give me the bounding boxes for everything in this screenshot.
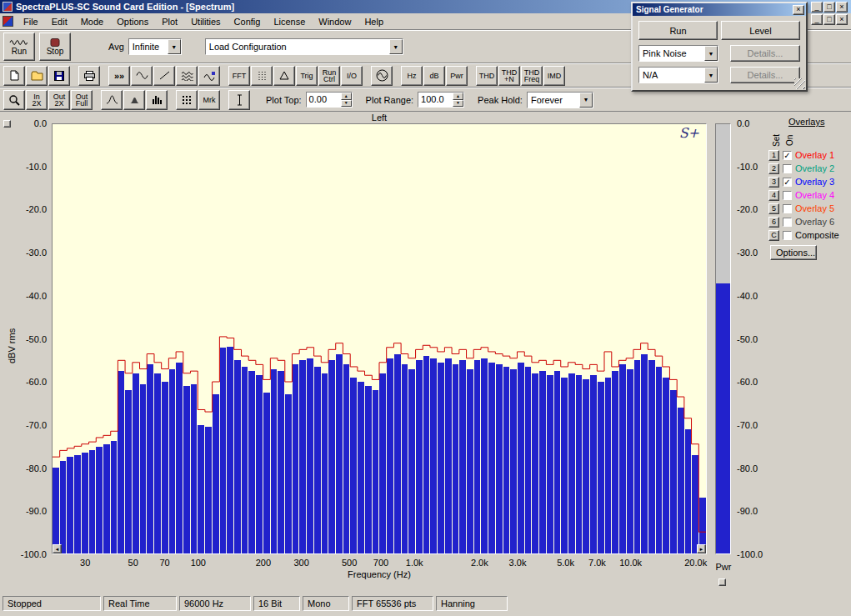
- menu-plot[interactable]: Plot: [155, 15, 184, 28]
- overlay-set-button-4[interactable]: 4: [768, 190, 779, 201]
- stop-button[interactable]: Stop: [39, 33, 71, 61]
- y-axis-label: -40.0: [2, 291, 47, 301]
- wave-print-button[interactable]: [198, 66, 220, 86]
- zoom-out-2x-button[interactable]: Out2X: [48, 90, 70, 110]
- power-meter: [715, 123, 731, 554]
- overlay-set-button-1[interactable]: 1: [768, 150, 779, 161]
- fast-forward-button[interactable]: »»: [108, 66, 130, 86]
- generator-modulation-select-dropdown-icon[interactable]: ▼: [704, 68, 718, 83]
- plot-top-input-value[interactable]: 0.00: [307, 93, 341, 107]
- spectrum-plot[interactable]: S+: [52, 123, 707, 554]
- menu-mode[interactable]: Mode: [74, 15, 111, 28]
- averaging-select-dropdown-icon[interactable]: ▼: [168, 39, 181, 54]
- zoom-out-full-button[interactable]: OutFull: [71, 90, 93, 110]
- overlay-label: Overlay 3: [795, 177, 834, 187]
- y-axis-label: -100.0: [2, 549, 47, 559]
- menu-help[interactable]: Help: [358, 15, 390, 28]
- plot-range-input-value[interactable]: 100.0: [418, 93, 453, 107]
- plot-top-input-down-icon[interactable]: ▼: [341, 100, 352, 108]
- thd-n-button[interactable]: THD+N: [498, 66, 520, 86]
- minimize-button[interactable]: _: [811, 2, 823, 13]
- avg-label: Avg: [108, 42, 124, 52]
- child-close-button[interactable]: ×: [836, 14, 848, 25]
- cursor-button[interactable]: [228, 90, 250, 110]
- menu-options[interactable]: Options: [110, 15, 155, 28]
- run-control-button[interactable]: RunCtrl: [318, 66, 340, 86]
- menu-window[interactable]: Window: [312, 15, 358, 28]
- generator-waveform-select[interactable]: Pink Noise▼: [638, 45, 718, 62]
- child-restore-button[interactable]: □: [823, 14, 835, 25]
- overlay-checkbox-C[interactable]: [783, 231, 792, 240]
- overlay-set-button-C[interactable]: C: [768, 230, 779, 241]
- maximize-button[interactable]: □: [823, 2, 835, 13]
- load-configuration-select-dropdown-icon[interactable]: ▼: [389, 39, 403, 54]
- menu-config[interactable]: Config: [228, 15, 268, 28]
- multi-wave-button[interactable]: [176, 66, 198, 86]
- filled-plot-button[interactable]: [123, 90, 145, 110]
- signal-generator-button[interactable]: [371, 66, 393, 86]
- plot-top-input-up-icon[interactable]: ▲: [341, 93, 352, 100]
- overlay-checkbox-1[interactable]: ✓: [783, 151, 792, 160]
- imd-button[interactable]: IMD: [543, 66, 565, 86]
- generator-modulation-select[interactable]: N/A▼: [638, 67, 718, 83]
- meter-scale-label: -80.0: [737, 463, 782, 473]
- generator-waveform-select-dropdown-icon[interactable]: ▼: [704, 46, 718, 61]
- x-axis-label: 300: [285, 558, 318, 568]
- menu-utilities[interactable]: Utilities: [184, 15, 227, 28]
- menu-license[interactable]: License: [267, 15, 312, 28]
- overlay-checkbox-3[interactable]: ✓: [783, 178, 792, 187]
- run-button[interactable]: Run: [3, 33, 35, 61]
- overlay-checkbox-2[interactable]: [783, 164, 792, 173]
- line-plot-button[interactable]: [101, 90, 123, 110]
- bar-plot-button[interactable]: [146, 90, 168, 110]
- new-file-button[interactable]: [3, 66, 25, 86]
- thd-freq-button[interactable]: THDFreq: [521, 66, 543, 86]
- overlay-checkbox-5[interactable]: [783, 204, 792, 213]
- child-minimize-button[interactable]: _: [811, 14, 823, 25]
- menu-edit[interactable]: Edit: [45, 15, 74, 28]
- overlay-checkbox-6[interactable]: [783, 218, 792, 227]
- close-button[interactable]: ×: [836, 2, 848, 13]
- overlays-title[interactable]: Overlays: [788, 117, 850, 127]
- peak-curve-button[interactable]: [273, 66, 295, 86]
- print-button[interactable]: [78, 66, 100, 86]
- save-button[interactable]: [48, 66, 70, 86]
- generator-level-button[interactable]: Level: [721, 21, 800, 40]
- peak-hold-select[interactable]: Forever▼: [527, 92, 593, 108]
- child-window-controls: _ □ ×: [811, 14, 848, 25]
- spectrogram-button[interactable]: [176, 90, 198, 110]
- slope-button[interactable]: [153, 66, 175, 86]
- zoom-button[interactable]: [3, 90, 25, 110]
- plot-scroll-left-button[interactable]: ◄: [53, 544, 62, 553]
- load-configuration-select[interactable]: Load Configuration▼: [205, 38, 403, 55]
- wave-scroll-button[interactable]: [131, 66, 153, 86]
- overlay-set-button-6[interactable]: 6: [768, 217, 779, 228]
- thd-button[interactable]: THD: [476, 66, 498, 86]
- meter-splitter-icon[interactable]: [718, 578, 726, 586]
- signal-generator-close-button[interactable]: ×: [793, 5, 804, 15]
- pwr-button[interactable]: Pwr: [446, 66, 468, 86]
- power-meter-label: Pwr: [710, 562, 737, 572]
- fft-settings-button[interactable]: FFT: [228, 66, 250, 86]
- overlay-set-button-3[interactable]: 3: [768, 177, 779, 188]
- resize-grip[interactable]: [794, 78, 805, 89]
- overlay-checkbox-4[interactable]: [783, 191, 792, 200]
- zoom-in-2x-button[interactable]: In2X: [26, 90, 48, 110]
- averaging-select[interactable]: Infinite▼: [128, 38, 182, 55]
- io-button[interactable]: I/O: [341, 66, 363, 86]
- plot-range-input-down-icon[interactable]: ▼: [453, 100, 463, 108]
- plot-range-input-up-icon[interactable]: ▲: [453, 93, 463, 100]
- hz-button[interactable]: Hz: [401, 66, 423, 86]
- db-button[interactable]: dB: [423, 66, 445, 86]
- open-file-button[interactable]: [26, 66, 48, 86]
- plot-scroll-right-button[interactable]: ►: [697, 544, 706, 553]
- spectrum-window-icon[interactable]: [3, 16, 13, 27]
- signal-generator-titlebar[interactable]: Signal Generator ×: [633, 3, 806, 16]
- sampling-button[interactable]: [251, 66, 273, 86]
- menu-file[interactable]: File: [17, 15, 45, 28]
- generator-run-button[interactable]: Run: [638, 21, 718, 40]
- trigger-button[interactable]: Trig: [296, 66, 318, 86]
- marker-button[interactable]: Mrk: [198, 90, 220, 110]
- disk-icon: [54, 71, 64, 81]
- peak-hold-select-dropdown-icon[interactable]: ▼: [579, 93, 593, 108]
